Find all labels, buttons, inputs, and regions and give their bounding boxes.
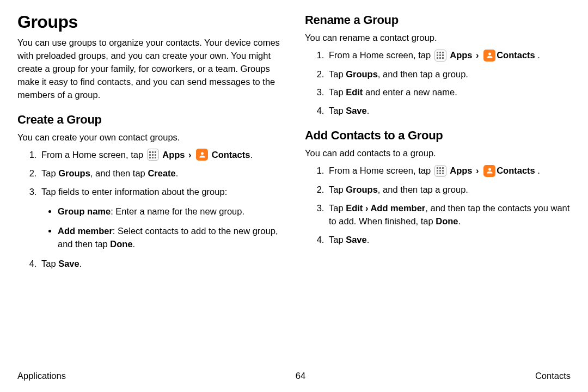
step-text: and enter a new name. xyxy=(363,87,457,97)
apps-label: Apps xyxy=(450,166,472,175)
list-item: Tap Groups, and then tap a group. xyxy=(327,68,571,81)
apps-icon xyxy=(434,165,446,177)
step-text: , and then tap a group. xyxy=(378,185,468,194)
list-item: Tap Edit › Add member, and then tap the … xyxy=(327,202,571,228)
contacts-icon xyxy=(483,165,495,177)
bullet-text: : Enter a name for the new group. xyxy=(111,206,244,216)
create-group-desc: You can create your own contact groups. xyxy=(17,131,283,144)
list-item: Tap Groups, and then tap a group. xyxy=(327,183,571,197)
group-name-label: Group name xyxy=(58,206,111,216)
step-text: Tap xyxy=(329,106,346,115)
footer-section-right: Contacts xyxy=(535,371,571,381)
breadcrumb-separator: › xyxy=(188,150,192,160)
rename-group-heading: Rename a Group xyxy=(305,13,571,27)
breadcrumb-separator: › xyxy=(476,50,479,60)
page-footer: Applications 64 Contacts xyxy=(17,371,571,381)
period: . xyxy=(367,106,370,115)
period: . xyxy=(367,235,370,244)
step-text: Tap xyxy=(329,185,346,194)
contacts-icon xyxy=(483,50,495,62)
edit-label: Edit xyxy=(346,203,363,213)
step-text: Tap fields to enter information about th… xyxy=(41,187,227,197)
create-group-steps: From a Home screen, tap Apps › Contacts.… xyxy=(17,149,283,271)
step-text: From a Home screen, tap xyxy=(329,166,433,175)
groups-label: Groups xyxy=(346,69,378,79)
period: . xyxy=(133,239,136,249)
add-contacts-steps: From a Home screen, tap Apps › Contacts … xyxy=(305,164,571,246)
page-title: Groups xyxy=(17,12,283,32)
apps-icon xyxy=(434,50,446,62)
period: . xyxy=(250,150,253,160)
step-text: Tap xyxy=(329,69,346,79)
field-bullets: Group name: Enter a name for the new gro… xyxy=(41,205,283,251)
groups-label: Groups xyxy=(58,168,90,178)
add-member-label: Add member xyxy=(58,226,113,236)
apps-label: Apps xyxy=(450,50,472,60)
edit-label: Edit xyxy=(346,87,363,97)
footer-page-number: 64 xyxy=(296,371,305,381)
period: . xyxy=(535,50,540,60)
done-label: Done xyxy=(436,216,458,226)
add-contacts-desc: You can add contacts to a group. xyxy=(305,147,571,160)
period: . xyxy=(535,166,540,175)
list-item: Tap fields to enter information about th… xyxy=(39,186,283,251)
list-item: Tap Save. xyxy=(39,258,283,271)
list-item: From a Home screen, tap Apps › Contacts. xyxy=(39,149,283,162)
step-text: Tap xyxy=(329,203,346,213)
contacts-label: Contacts xyxy=(497,166,535,175)
list-item: Tap Edit and enter a new name. xyxy=(327,86,571,99)
step-text: Tap xyxy=(329,235,346,244)
list-item: Tap Save. xyxy=(327,105,571,118)
create-label: Create xyxy=(148,168,175,178)
groups-label: Groups xyxy=(346,185,378,194)
period: . xyxy=(458,216,461,226)
apps-icon xyxy=(147,149,159,161)
save-label: Save xyxy=(346,235,367,244)
contacts-icon xyxy=(196,149,208,161)
step-text: Tap xyxy=(41,259,58,268)
step-text: Tap xyxy=(329,87,346,97)
step-text: , and then tap a group. xyxy=(378,69,468,79)
add-member-label: Add member xyxy=(370,203,425,213)
step-text: From a Home screen, tap xyxy=(41,150,146,160)
step-text: From a Home screen, tap xyxy=(329,50,433,60)
list-item: From a Home screen, tap Apps › Contacts … xyxy=(327,49,571,63)
list-item: Group name: Enter a name for the new gro… xyxy=(58,205,283,218)
rename-group-desc: You can rename a contact group. xyxy=(305,32,571,45)
left-column: Groups You can use groups to organize yo… xyxy=(17,12,283,360)
save-label: Save xyxy=(346,106,367,115)
apps-label: Apps xyxy=(162,150,185,160)
intro-paragraph: You can use groups to organize your cont… xyxy=(17,36,283,102)
rename-group-steps: From a Home screen, tap Apps › Contacts … xyxy=(305,49,571,118)
step-text: Tap xyxy=(41,168,58,178)
breadcrumb-separator: › xyxy=(363,203,370,213)
contacts-label: Contacts xyxy=(497,50,535,60)
add-contacts-heading: Add Contacts to a Group xyxy=(305,128,571,143)
contacts-label: Contacts xyxy=(212,150,250,160)
done-label: Done xyxy=(110,239,132,249)
period: . xyxy=(79,259,82,268)
breadcrumb-separator: › xyxy=(476,166,479,175)
list-item: Tap Save. xyxy=(327,234,571,247)
save-label: Save xyxy=(58,259,79,268)
list-item: Add member: Select contacts to add to th… xyxy=(58,225,283,251)
right-column: Rename a Group You can rename a contact … xyxy=(305,12,571,360)
list-item: From a Home screen, tap Apps › Contacts … xyxy=(327,164,571,178)
step-text: , and then tap xyxy=(90,168,148,178)
period: . xyxy=(176,168,179,178)
list-item: Tap Groups, and then tap Create. xyxy=(39,167,283,180)
create-group-heading: Create a Group xyxy=(17,113,283,127)
footer-section-left: Applications xyxy=(17,371,66,381)
